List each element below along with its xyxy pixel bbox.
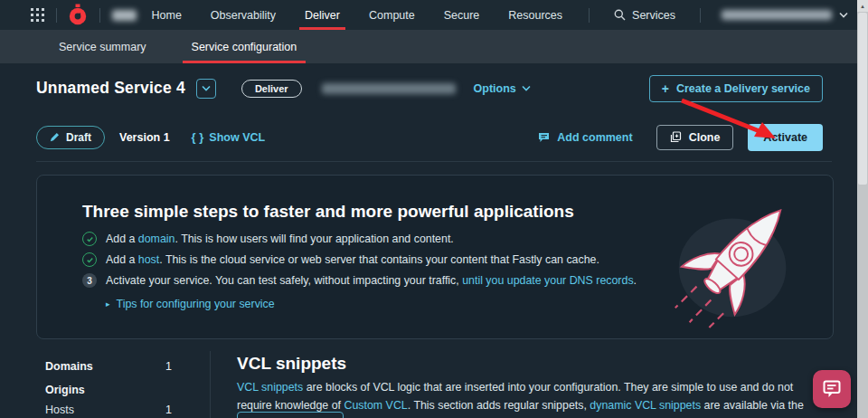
app-launcher-grid-icon[interactable] (31, 8, 44, 22)
rocket-illustration (661, 183, 813, 335)
tips-label: Tips for configuring your service (117, 298, 275, 310)
pencil-icon (50, 132, 60, 142)
host-link[interactable]: host (138, 253, 159, 266)
step-number-badge: 3 (82, 273, 97, 288)
add-comment-button[interactable]: Add comment (538, 131, 632, 144)
search-icon (614, 9, 626, 21)
redacted-account-name (112, 10, 137, 21)
clone-icon (670, 131, 682, 143)
onboarding-title: Three simple steps to faster and more po… (82, 202, 574, 222)
draft-label: Draft (66, 131, 91, 144)
page-scrollbar[interactable]: ▴ (857, 0, 868, 418)
plus-icon: + (662, 84, 669, 93)
chevron-down-icon (522, 85, 531, 91)
options-menu-button[interactable]: Options (474, 82, 531, 95)
onboarding-steps: Add a domain. This is how users will fin… (82, 232, 637, 310)
services-label: Services (632, 9, 675, 22)
dns-records-link[interactable]: until you update your DNS records (462, 274, 633, 287)
braces-icon: { } (192, 130, 204, 144)
show-vcl-label: Show VCL (209, 131, 265, 144)
account-menu[interactable] (712, 0, 857, 30)
nav-item-deliver[interactable]: Deliver (290, 0, 354, 30)
add-comment-label: Add comment (557, 131, 632, 144)
comment-icon (538, 132, 550, 143)
scrollbar-up-button[interactable]: ▴ (857, 0, 868, 12)
step-add-domain: Add a domain. This is how users will fin… (82, 232, 637, 246)
sidebar-label: Origins (45, 384, 85, 396)
sidebar-item-origins[interactable]: Origins (45, 384, 172, 396)
sidebar-vertical-divider (210, 351, 211, 418)
service-switcher-button[interactable] (196, 79, 216, 99)
vcl-snippets-link[interactable]: VCL snippets (237, 381, 303, 394)
scrollbar-thumb[interactable] (858, 13, 867, 185)
tips-disclosure-link[interactable]: ▸ Tips for configuring your service (106, 298, 637, 310)
version-bar: Draft Version 1 { } Show VCL Add comment (0, 113, 857, 161)
nav-item-home[interactable]: Home (137, 0, 195, 30)
sidebar-item-hosts[interactable]: Hosts 1 (45, 404, 172, 416)
options-label: Options (474, 82, 516, 95)
domain-link[interactable]: domain (138, 233, 175, 245)
sidebar-item-domains[interactable]: Domains 1 (45, 360, 172, 373)
onboarding-card: Three simple steps to faster and more po… (36, 175, 834, 339)
sidebar-label: Domains (45, 360, 93, 373)
nav-item-resources[interactable]: Resources (494, 0, 577, 30)
fastly-logo-icon[interactable] (68, 4, 88, 26)
step-activate-service: 3 Activate your service. You can test sa… (82, 273, 637, 288)
nav-item-secure[interactable]: Secure (429, 0, 495, 30)
redacted-service-id (322, 83, 456, 94)
chat-widget-button[interactable] (813, 370, 851, 408)
chevron-down-icon (202, 85, 211, 91)
service-type-badge: Deliver (241, 80, 302, 98)
nav-links: Home Observability Deliver Compute Secur… (137, 0, 857, 30)
divider (700, 8, 701, 23)
triangle-right-icon: ▸ (106, 299, 110, 309)
fastly-service-configuration-page: Home Observability Deliver Compute Secur… (0, 0, 868, 418)
nav-item-observability[interactable]: Observability (196, 0, 290, 30)
create-delivery-service-label: Create a Delivery service (676, 82, 810, 95)
chat-bubble-icon (821, 378, 843, 400)
create-snippet-button-partial[interactable] (237, 412, 344, 418)
check-circle-icon (82, 252, 97, 267)
dynamic-vcl-snippets-link[interactable]: dynamic VCL snippets (590, 399, 701, 412)
nav-item-compute[interactable]: Compute (354, 0, 429, 30)
version-actions: Add comment Clone Activate (538, 124, 823, 151)
sidebar-count: 1 (165, 404, 172, 416)
vcl-snippets-heading: VCL snippets (237, 354, 346, 374)
sidebar-label: Hosts (45, 404, 74, 416)
tab-service-configuration[interactable]: Service configuration (183, 30, 307, 63)
top-nav: Home Observability Deliver Compute Secur… (0, 0, 857, 30)
services-search[interactable]: Services (601, 0, 688, 30)
step-text: Activate your service. You can test safe… (106, 274, 637, 287)
clone-button[interactable]: Clone (656, 125, 734, 150)
service-title: Unnamed Service 4 (36, 79, 185, 98)
chevron-down-icon (839, 12, 848, 18)
section-divider (36, 161, 832, 162)
activate-button[interactable]: Activate (748, 124, 823, 151)
draft-status-badge: Draft (36, 126, 105, 149)
service-header: Unnamed Service 4 Deliver Options + Crea… (0, 63, 857, 113)
clone-label: Clone (689, 131, 721, 144)
tab-service-summary[interactable]: Service summary (50, 30, 156, 63)
custom-vcl-link[interactable]: Custom VCL (344, 399, 407, 412)
step-text: Add a host. This is the cloud service or… (106, 253, 599, 266)
show-vcl-link[interactable]: { } Show VCL (192, 130, 266, 144)
service-tab-bar: Service summary Service configuration (0, 30, 857, 63)
create-delivery-service-button[interactable]: + Create a Delivery service (649, 75, 823, 102)
step-add-host: Add a host. This is the cloud service or… (82, 252, 637, 267)
check-circle-icon (82, 232, 97, 246)
step-text: Add a domain. This is how users will fin… (106, 233, 454, 245)
version-label: Version 1 (119, 131, 170, 144)
divider (589, 8, 590, 23)
sidebar-count: 1 (165, 360, 172, 373)
redacted-user-email (722, 10, 832, 20)
